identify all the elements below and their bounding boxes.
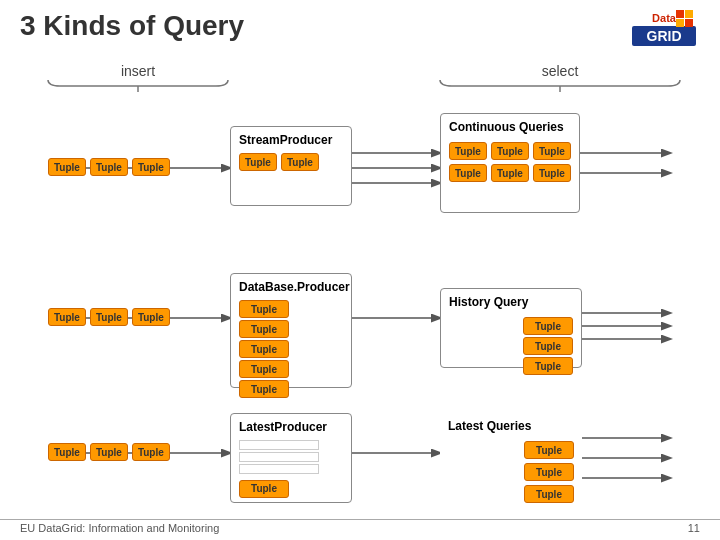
logo: Data GRID xyxy=(628,6,700,50)
database-producer-title: DataBase.Producer xyxy=(239,280,343,294)
tuple-badge: Tuple xyxy=(48,443,86,461)
tuple-badge: Tuple xyxy=(491,142,529,160)
tuple-badge: Tuple xyxy=(48,158,86,176)
latest-queries-title: Latest Queries xyxy=(448,419,574,433)
svg-rect-5 xyxy=(676,19,684,27)
tuple-badge: Tuple xyxy=(239,360,289,378)
tuple-badge: Tuple xyxy=(523,337,573,355)
footer-left: EU DataGrid: Information and Monitoring xyxy=(20,522,219,534)
diagram-svg: insert select xyxy=(20,58,700,538)
continuous-queries-box: Continuous Queries Tuple Tuple Tuple Tup… xyxy=(440,113,580,213)
continuous-queries-title: Continuous Queries xyxy=(449,120,571,134)
tuple-badge: Tuple xyxy=(524,463,574,481)
tuple-badge: Tuple xyxy=(533,164,571,182)
svg-rect-4 xyxy=(685,10,693,18)
tuple-badge: Tuple xyxy=(132,158,170,176)
tuple-badge: Tuple xyxy=(533,142,571,160)
tuple-badge: Tuple xyxy=(491,164,529,182)
svg-text:GRID: GRID xyxy=(647,28,682,44)
row1-left-tuples: Tuple Tuple Tuple xyxy=(48,158,170,176)
stream-producer-title: StreamProducer xyxy=(239,133,343,147)
footer: EU DataGrid: Information and Monitoring … xyxy=(0,519,720,536)
tuple-badge: Tuple xyxy=(239,300,289,318)
tuple-badge: Tuple xyxy=(449,142,487,160)
tuple-badge: Tuple xyxy=(239,320,289,338)
svg-rect-6 xyxy=(685,19,693,27)
header: 3 3 Kinds of QueryKinds of Query Data GR… xyxy=(20,10,700,50)
database-producer-box: DataBase.Producer Tuple Tuple Tuple Tupl… xyxy=(230,273,352,388)
stream-producer-box: StreamProducer Tuple Tuple xyxy=(230,126,352,206)
tuple-badge: Tuple xyxy=(449,164,487,182)
page-title: 3 3 Kinds of QueryKinds of Query xyxy=(20,10,244,42)
page-container: 3 3 Kinds of QueryKinds of Query Data GR… xyxy=(0,0,720,540)
tuple-badge: Tuple xyxy=(48,308,86,326)
tuple-badge: Tuple xyxy=(524,441,574,459)
tuple-badge: Tuple xyxy=(132,443,170,461)
tuple-badge: Tuple xyxy=(90,308,128,326)
tuple-badge: Tuple xyxy=(239,153,277,171)
tuple-badge: Tuple xyxy=(524,485,574,503)
select-label: select xyxy=(542,63,579,79)
tuple-badge: Tuple xyxy=(90,158,128,176)
latest-queries-box: Latest Queries Tuple Tuple Tuple xyxy=(440,413,582,503)
tuple-badge: Tuple xyxy=(239,380,289,398)
tuple-badge: Tuple xyxy=(281,153,319,171)
svg-text:Data: Data xyxy=(652,12,677,24)
tuple-badge: Tuple xyxy=(523,357,573,375)
footer-right: 11 xyxy=(688,522,700,534)
history-query-title: History Query xyxy=(449,295,573,309)
insert-label: insert xyxy=(121,63,155,79)
row3-left-tuples: Tuple Tuple Tuple xyxy=(48,443,170,461)
latest-producer-box: LatestProducer Tuple xyxy=(230,413,352,503)
tuple-badge: Tuple xyxy=(90,443,128,461)
tuple-badge: Tuple xyxy=(239,340,289,358)
tuple-badge: Tuple xyxy=(132,308,170,326)
tuple-badge: Tuple xyxy=(239,480,289,498)
diagram-area: insert select xyxy=(20,58,700,538)
history-query-box: History Query Tuple Tuple Tuple xyxy=(440,288,582,368)
row2-left-tuples: Tuple Tuple Tuple xyxy=(48,308,170,326)
svg-rect-3 xyxy=(676,10,684,18)
tuple-badge: Tuple xyxy=(523,317,573,335)
latest-producer-title: LatestProducer xyxy=(239,420,343,434)
